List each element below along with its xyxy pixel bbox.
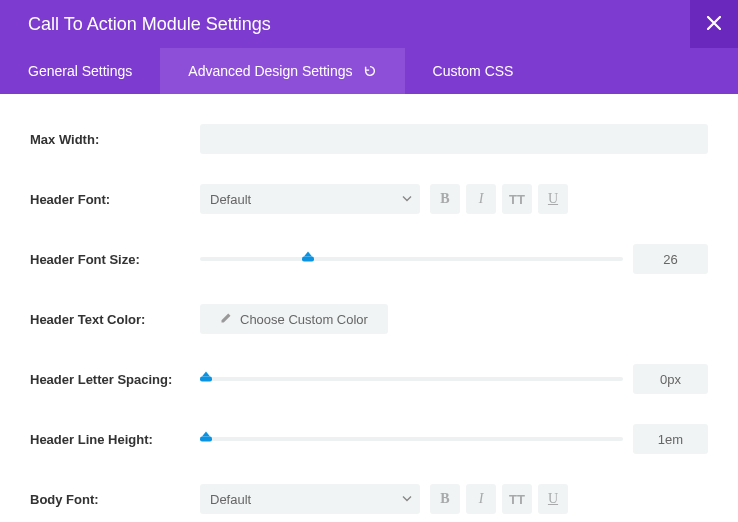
max-width-input[interactable] <box>200 124 708 154</box>
module-settings-modal: Call To Action Module Settings General S… <box>0 0 738 522</box>
header-font-size-slider[interactable] <box>200 244 623 274</box>
slider-thumb[interactable] <box>200 437 212 442</box>
tab-general[interactable]: General Settings <box>0 48 160 94</box>
header-line-height-input[interactable] <box>633 424 708 454</box>
label-header-text-color: Header Text Color: <box>30 312 200 327</box>
choose-color-button[interactable]: Choose Custom Color <box>200 304 388 334</box>
body-font-select[interactable]: Default <box>200 484 420 514</box>
tab-bar: General Settings Advanced Design Setting… <box>0 48 738 94</box>
label-header-letter-spacing: Header Letter Spacing: <box>30 372 200 387</box>
tab-advanced[interactable]: Advanced Design Settings <box>160 48 404 94</box>
close-button[interactable] <box>690 0 738 48</box>
uppercase-button[interactable]: TT <box>502 484 532 514</box>
reset-icon[interactable] <box>363 64 377 78</box>
row-header-letter-spacing: Header Letter Spacing: <box>30 364 708 394</box>
uppercase-icon: TT <box>509 492 525 507</box>
underline-icon: U <box>548 191 558 207</box>
bold-button[interactable]: B <box>430 184 460 214</box>
uppercase-button[interactable]: TT <box>502 184 532 214</box>
header-font-size-input[interactable] <box>633 244 708 274</box>
settings-body: Max Width: Header Font: Default B I <box>0 94 738 522</box>
modal-title: Call To Action Module Settings <box>28 14 271 35</box>
header-font-select[interactable]: Default <box>200 184 420 214</box>
label-max-width: Max Width: <box>30 132 200 147</box>
slider-thumb[interactable] <box>302 257 314 262</box>
bold-icon: B <box>440 491 449 507</box>
row-header-text-color: Header Text Color: Choose Custom Color <box>30 304 708 334</box>
body-font-style-buttons: B I TT U <box>430 484 568 514</box>
italic-icon: I <box>479 191 484 207</box>
label-body-font: Body Font: <box>30 492 200 507</box>
eyedropper-icon <box>220 312 232 327</box>
header-font-style-buttons: B I TT U <box>430 184 568 214</box>
label-header-line-height: Header Line Height: <box>30 432 200 447</box>
bold-icon: B <box>440 191 449 207</box>
tab-label: Custom CSS <box>433 63 514 79</box>
tab-label: General Settings <box>28 63 132 79</box>
tab-label: Advanced Design Settings <box>188 63 352 79</box>
underline-button[interactable]: U <box>538 184 568 214</box>
header-line-height-slider[interactable] <box>200 424 623 454</box>
row-header-font: Header Font: Default B I TT U <box>30 184 708 214</box>
header-letter-spacing-input[interactable] <box>633 364 708 394</box>
uppercase-icon: TT <box>509 192 525 207</box>
row-max-width: Max Width: <box>30 124 708 154</box>
italic-icon: I <box>479 491 484 507</box>
row-body-font: Body Font: Default B I TT U <box>30 484 708 514</box>
label-header-font-size: Header Font Size: <box>30 252 200 267</box>
slider-thumb[interactable] <box>200 377 212 382</box>
italic-button[interactable]: I <box>466 184 496 214</box>
row-header-line-height: Header Line Height: <box>30 424 708 454</box>
underline-button[interactable]: U <box>538 484 568 514</box>
tab-custom-css[interactable]: Custom CSS <box>405 48 542 94</box>
underline-icon: U <box>548 491 558 507</box>
bold-button[interactable]: B <box>430 484 460 514</box>
row-header-font-size: Header Font Size: <box>30 244 708 274</box>
modal-header: Call To Action Module Settings <box>0 0 738 48</box>
italic-button[interactable]: I <box>466 484 496 514</box>
label-header-font: Header Font: <box>30 192 200 207</box>
close-icon <box>707 16 721 33</box>
header-letter-spacing-slider[interactable] <box>200 364 623 394</box>
choose-color-label: Choose Custom Color <box>240 312 368 327</box>
